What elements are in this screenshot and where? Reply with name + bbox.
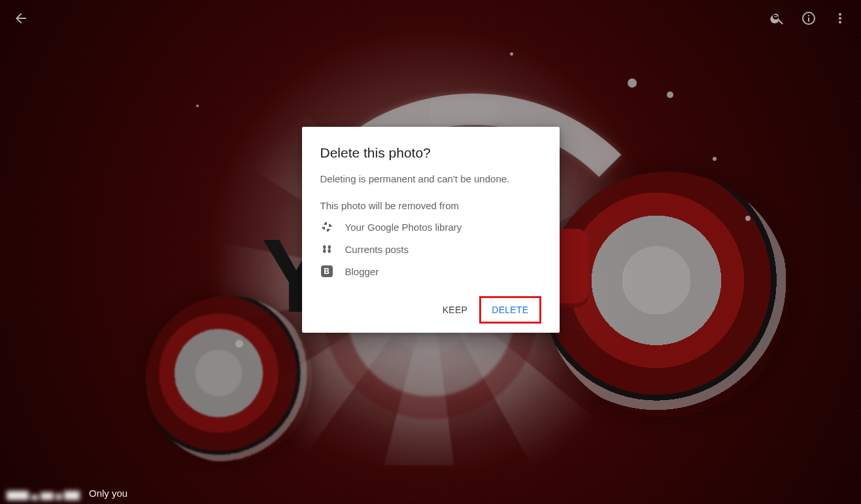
back-arrow-icon	[13, 10, 29, 26]
dialog-actions: Keep Delete	[320, 296, 541, 324]
blogger-icon	[320, 265, 333, 278]
zoom-button[interactable]	[763, 4, 792, 33]
more-vert-icon	[832, 10, 848, 26]
service-label: Currents posts	[345, 244, 409, 255]
dialog-title: Delete this photo?	[320, 145, 541, 161]
back-button[interactable]	[7, 4, 35, 33]
zoom-out-icon	[769, 10, 785, 26]
visibility-label: Only you	[89, 488, 127, 499]
service-row-currents: Currents posts	[320, 243, 541, 256]
info-button[interactable]	[794, 4, 823, 33]
dialog-subtitle: Deleting is permanent and can't be undon…	[320, 173, 541, 186]
affected-services-list: Your Google Photos library Currents post…	[320, 220, 541, 278]
owner-name-redacted	[7, 486, 80, 500]
service-row-photos: Your Google Photos library	[320, 220, 541, 233]
service-label: Blogger	[345, 266, 379, 277]
delete-photo-dialog: Delete this photo? Deleting is permanent…	[302, 127, 560, 333]
annotation-highlight: Delete	[479, 296, 541, 324]
service-label: Your Google Photos library	[345, 222, 462, 233]
info-icon	[801, 10, 817, 26]
viewer-footer: Only you	[0, 486, 861, 500]
service-row-blogger: Blogger	[320, 265, 541, 278]
photos-icon	[320, 220, 333, 233]
currents-icon	[320, 243, 333, 256]
dialog-removed-from-intro: This photo will be removed from	[320, 200, 541, 211]
keep-button[interactable]: Keep	[433, 298, 477, 322]
delete-button[interactable]: Delete	[482, 298, 537, 322]
viewer-toolbar	[0, 0, 861, 37]
more-options-button[interactable]	[826, 4, 854, 33]
